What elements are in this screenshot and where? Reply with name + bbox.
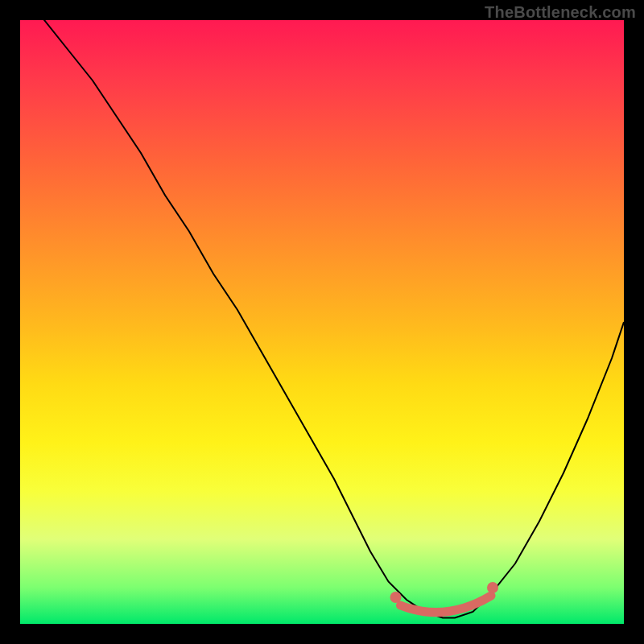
curve-path (20, 20, 624, 618)
gradient-plot-area (20, 20, 624, 624)
svg-point-1 (487, 582, 498, 593)
svg-point-0 (390, 592, 402, 603)
bottleneck-curve (20, 20, 624, 624)
watermark-text: TheBottleneck.com (485, 3, 636, 22)
flat-region-markers (390, 582, 499, 613)
outer-frame: TheBottleneck.com (0, 0, 644, 644)
